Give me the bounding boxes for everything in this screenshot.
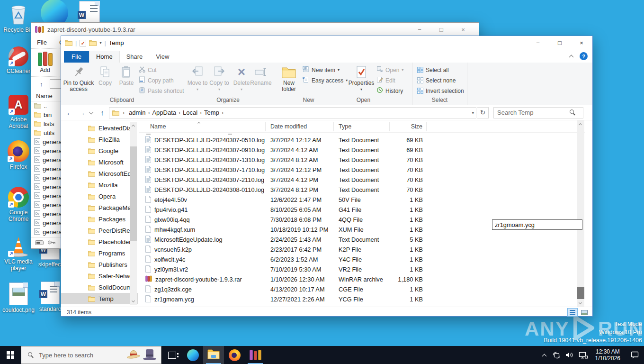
back-button[interactable]: ← — [64, 109, 75, 117]
paste-button[interactable]: Paste — [116, 64, 136, 86]
volume-icon[interactable] — [563, 346, 576, 364]
tree-scrollbar[interactable] — [130, 122, 137, 305]
refresh-button[interactable]: ↻ — [477, 107, 489, 118]
search-input[interactable] — [494, 109, 570, 116]
file-row[interactable]: DESKTOP-JGLLJLD-20240307-1710.log3/7/202… — [139, 165, 585, 175]
tab-share[interactable]: Share — [120, 51, 150, 63]
thumbnail-view-button[interactable] — [579, 308, 590, 317]
tree-item-safer-netwo[interactable]: Safer-Netwo — [61, 270, 138, 282]
tray-expand-button[interactable] — [538, 346, 551, 364]
winrar-add-button[interactable]: Add — [31, 52, 59, 73]
address-dropdown-icon[interactable]: ▾ — [472, 110, 474, 115]
tree-item-placeholder[interactable]: Placeholder — [61, 236, 138, 247]
file-row[interactable]: fpu4rvio.g418/10/2025 6:05 AMG41 File1 K… — [139, 205, 585, 215]
pin-to-quick-access-button[interactable]: Pin to Quick access — [63, 64, 94, 92]
details-view-button[interactable] — [567, 308, 578, 317]
breadcrumb-temp[interactable]: Temp — [203, 109, 220, 116]
explorer-close-button[interactable]: × — [571, 36, 592, 50]
taskbar-clock[interactable]: 12:30 AM 1/10/2026 — [590, 346, 625, 364]
qat-customize-dropdown[interactable]: ▾ — [99, 41, 101, 45]
winrar-minimize-button[interactable]: − — [412, 23, 427, 36]
forward-button[interactable]: → — [76, 109, 88, 117]
copy-to-button[interactable]: Copy to ▾ — [209, 64, 230, 92]
taskbar-winrar-button[interactable] — [245, 346, 266, 364]
list-scrollbar[interactable] — [577, 120, 584, 307]
tree-item-packagema[interactable]: PackageMa — [61, 202, 138, 213]
ribbon-collapse-icon[interactable] — [569, 55, 574, 60]
edit-button[interactable]: Edit — [376, 75, 395, 85]
qat-new-folder-icon[interactable] — [89, 40, 97, 46]
straw-hat-icon[interactable] — [127, 349, 140, 361]
paste-shortcut-button[interactable]: Paste shortcut — [139, 86, 184, 96]
qat-properties-icon[interactable]: ✓ — [80, 40, 86, 46]
copy-path-button[interactable]: Copy path — [139, 75, 174, 85]
action-center-button[interactable] — [625, 346, 644, 364]
invert-selection-button[interactable]: Invert selection — [417, 86, 464, 96]
file-row[interactable]: DESKTOP-JGLLJLD-20240307-1310.log3/7/202… — [139, 155, 585, 165]
file-row[interactable]: xolfwcit.y4c6/2/2023 1:52 AMY4C File1 KB — [139, 255, 585, 264]
search-icon[interactable] — [570, 109, 576, 116]
column-header-type[interactable]: Type — [334, 122, 390, 131]
tree-item-peerdistrep[interactable]: PeerDistRep — [61, 225, 138, 236]
up-button[interactable]: ↑ — [97, 109, 108, 117]
tree-item-microsoft[interactable]: Microsoft — [61, 156, 138, 168]
tree-item-publishers[interactable]: Publishers — [61, 259, 138, 270]
easy-access-button[interactable]: Easy access ▾ — [303, 75, 348, 85]
column-header-date-modified[interactable]: Date modified — [266, 122, 334, 131]
column-header-size[interactable]: Size — [390, 122, 427, 131]
file-row[interactable]: vcnsueh5.k2p2/23/2017 6:42 PMK2P File1 K… — [139, 245, 585, 255]
taskbar-edge-button[interactable] — [182, 346, 203, 364]
tree-item-packages[interactable]: Packages — [61, 213, 138, 225]
explorer-minimize-button[interactable]: − — [527, 36, 549, 50]
file-row[interactable]: DESKTOP-JGLLJLD-20240307-2110.log3/7/202… — [139, 175, 585, 185]
tree-item-temp[interactable]: Temp — [61, 293, 138, 304]
tree-item-mozilla[interactable]: Mozilla — [61, 179, 138, 191]
winrar-titlebar[interactable]: zapret-discord-youtube-1.9.3.rar − □ × — [31, 23, 479, 36]
start-button[interactable] — [0, 346, 21, 364]
file-row[interactable]: yzl0ym3l.vr27/10/2019 5:30 AMVR2 File1 K… — [139, 264, 585, 274]
file-row[interactable]: etoj4e4l.50v12/6/2022 1:47 PM50V File1 K… — [139, 195, 585, 205]
properties-button[interactable]: Properties ▾ — [348, 64, 375, 92]
tab-home[interactable]: Home — [89, 51, 120, 63]
recent-locations-dropdown[interactable] — [89, 109, 94, 114]
select-all-button[interactable]: Select all — [417, 65, 449, 75]
file-row[interactable]: zr1gmoam.ycg12/27/2021 2:26 AMYCG File1 … — [139, 294, 585, 304]
winrar-menu-file[interactable]: File — [37, 39, 47, 46]
file-row[interactable]: DESKTOP-JGLLJLD-20240308-0110.log3/7/202… — [139, 185, 585, 195]
tree-item-elevateddia[interactable]: ElevatedDia — [61, 122, 138, 134]
cut-button[interactable]: Cut — [139, 65, 157, 75]
tab-file[interactable]: File — [64, 51, 89, 63]
select-none-button[interactable]: Select none — [417, 75, 456, 85]
move-to-button[interactable]: Move to ▾ — [187, 64, 208, 92]
tree-item-soliddocum[interactable]: SolidDocum — [61, 282, 138, 293]
rename-button[interactable]: Rename — [249, 64, 273, 86]
winrar-up-button[interactable]: ↑ — [40, 81, 43, 88]
open-button[interactable]: Open ▾ — [376, 65, 403, 75]
explorer-maximize-button[interactable]: □ — [549, 36, 571, 50]
tree-item-filezilla[interactable]: FileZilla — [61, 134, 138, 145]
rename-input[interactable] — [492, 219, 582, 230]
new-folder-button[interactable]: New folder — [277, 64, 301, 92]
breadcrumb-admin[interactable]: admin — [128, 109, 146, 116]
file-row[interactable]: zg1q3zdk.cge4/13/2020 10:17 AMCGE File1 … — [139, 284, 585, 294]
breadcrumb-local[interactable]: Local — [182, 109, 198, 116]
new-item-button[interactable]: New item ▾ — [303, 65, 340, 75]
taskbar-search[interactable]: Type here to search — [21, 346, 161, 364]
file-row[interactable]: DESKTOP-JGLLJLD-20240307-0910.log3/7/202… — [139, 145, 585, 155]
taskbar-file-explorer-button[interactable] — [203, 346, 224, 364]
explorer-titlebar[interactable]: | ✓ ▾ | Temp − □ × — [61, 36, 592, 50]
scroll-up-icon[interactable] — [130, 122, 137, 129]
history-button[interactable]: History — [376, 86, 403, 96]
task-view-button[interactable] — [161, 346, 182, 364]
file-row[interactable]: MicrosoftEdgeUpdate.log2/24/2025 1:43 AM… — [139, 235, 585, 245]
copy-button[interactable]: Copy — [95, 64, 115, 86]
scroll-down-icon[interactable] — [130, 298, 137, 305]
taskbar-firefox-button[interactable] — [224, 346, 245, 364]
tree-item-opera[interactable]: Opera — [61, 191, 138, 202]
column-header-name[interactable]: Name — [139, 122, 266, 131]
top-hat-icon[interactable] — [143, 349, 156, 362]
tree-item-google[interactable]: Google — [61, 145, 138, 156]
tab-view[interactable]: View — [149, 51, 176, 63]
tree-item-programs[interactable]: Programs — [61, 247, 138, 259]
winrar-maximize-button[interactable]: □ — [434, 23, 448, 36]
